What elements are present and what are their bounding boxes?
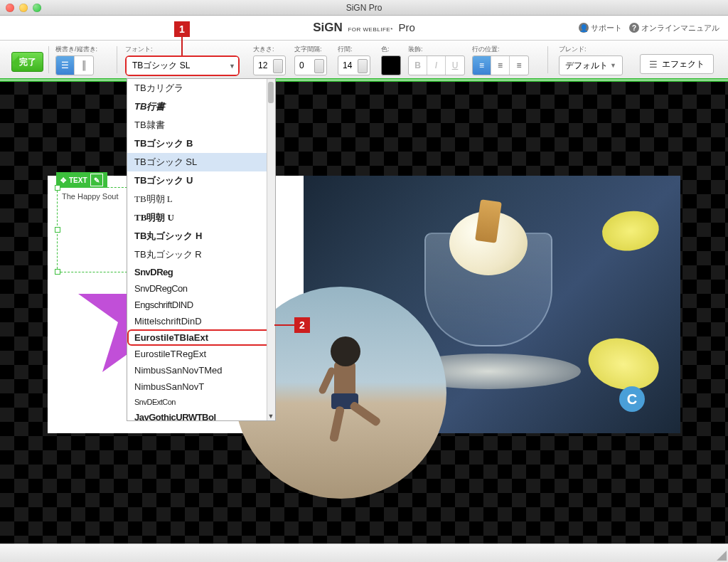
canvas[interactable]: C ✥ TEXT ✎ The Happy Sout bbox=[0, 80, 728, 544]
effect-label: エフェクト bbox=[662, 58, 705, 70]
font-dropdown[interactable]: TBカリグラTB行書TB隷書TBゴシック BTBゴシック SLTBゴシック UT… bbox=[127, 78, 276, 421]
ruler-line bbox=[0, 80, 728, 82]
scrollbar[interactable]: ▼ bbox=[267, 79, 275, 420]
titlebar: SiGN Pro bbox=[0, 0, 728, 16]
font-option[interactable]: TB丸ゴシック H bbox=[127, 227, 275, 245]
font-option[interactable]: TBゴシック U bbox=[127, 171, 275, 190]
label-size: 大きさ: bbox=[253, 45, 286, 54]
label-orientation: 横書き/縦書き: bbox=[55, 45, 97, 54]
font-option[interactable]: TBカリグラ bbox=[127, 79, 275, 97]
font-option[interactable]: MittelschriftDinD bbox=[127, 313, 275, 329]
window-title: SiGN Pro bbox=[0, 3, 728, 13]
label-blend: ブレンド: bbox=[559, 45, 623, 54]
font-option[interactable]: TB明朝 L bbox=[127, 190, 275, 208]
size-input[interactable]: 12 bbox=[253, 55, 286, 75]
resize-grip-icon[interactable] bbox=[717, 551, 727, 561]
label-tracking: 文字間隔: bbox=[294, 45, 327, 54]
color-swatch[interactable] bbox=[381, 55, 401, 75]
callout-line bbox=[181, 37, 183, 55]
chevron-down-icon: ▼ bbox=[229, 63, 235, 70]
brand-pro: Pro bbox=[399, 21, 415, 33]
effect-button[interactable]: ☰ エフェクト bbox=[640, 54, 714, 74]
font-option[interactable]: TB明朝 U bbox=[127, 208, 275, 227]
callout-line bbox=[274, 324, 294, 326]
scrollbar-thumb[interactable] bbox=[268, 82, 274, 103]
font-option[interactable]: EurostileTRegExt bbox=[127, 346, 275, 362]
decoration-segment: B I U bbox=[408, 55, 465, 75]
horizontal-button[interactable]: ☰ bbox=[56, 56, 75, 75]
orientation-segment: ☰ ║ bbox=[55, 55, 94, 75]
text-toolbar: 完了 横書き/縦書き: ☰ ║ フォント: TBゴシック SL ▼ 大きさ: 1… bbox=[0, 41, 728, 80]
header-links: 👤サポート ?オンラインマニュアル bbox=[579, 23, 719, 33]
resize-handle[interactable] bbox=[55, 227, 60, 233]
font-select[interactable]: TBゴシック SL ▼ bbox=[125, 55, 240, 76]
blend-value: デフォルト bbox=[565, 60, 608, 72]
align-right-button[interactable]: ≡ bbox=[510, 56, 528, 75]
bold-button[interactable]: B bbox=[409, 56, 427, 75]
label-leading: 行間: bbox=[338, 45, 370, 54]
done-button[interactable]: 完了 bbox=[11, 52, 43, 72]
font-option[interactable]: TB行書 bbox=[127, 97, 275, 116]
support-link[interactable]: 👤サポート bbox=[579, 23, 622, 33]
manual-link[interactable]: ?オンラインマニュアル bbox=[629, 23, 719, 33]
chevron-down-icon: ▼ bbox=[610, 62, 616, 69]
resize-handle[interactable] bbox=[55, 185, 60, 191]
brand-sub: FOR WEBLIFE* bbox=[348, 26, 392, 33]
lemon-shape bbox=[599, 206, 662, 255]
font-option[interactable]: TBゴシック SL bbox=[127, 153, 275, 171]
font-option[interactable]: SnvDExtCon bbox=[127, 395, 275, 409]
font-option[interactable]: TB丸ゴシック R bbox=[127, 245, 275, 264]
help-icon: ? bbox=[629, 23, 639, 33]
underline-button[interactable]: U bbox=[446, 56, 464, 75]
italic-button[interactable]: I bbox=[427, 56, 446, 75]
align-segment: ≡ ≡ ≡ bbox=[472, 55, 529, 75]
vertical-button[interactable]: ║ bbox=[75, 56, 93, 75]
font-option[interactable]: TBゴシック B bbox=[127, 134, 275, 153]
font-option[interactable]: EngschriftDIND bbox=[127, 297, 275, 313]
font-select-value: TBゴシック SL bbox=[132, 60, 190, 72]
font-option[interactable]: NimbusSanNovTMed bbox=[127, 362, 275, 378]
label-color: 色: bbox=[381, 45, 401, 54]
status-bar bbox=[0, 544, 728, 562]
font-option[interactable]: EurostileTBlaExt bbox=[127, 329, 275, 346]
font-option[interactable]: NimbusSanNovT bbox=[127, 378, 275, 395]
lemon-shape bbox=[583, 331, 665, 397]
tracking-input[interactable]: 0 bbox=[294, 55, 327, 75]
label-align: 行の位置: bbox=[472, 45, 529, 54]
text-badge[interactable]: ✥ TEXT ✎ bbox=[56, 172, 107, 188]
figure-shape bbox=[313, 336, 377, 443]
user-icon: 👤 bbox=[579, 23, 589, 33]
font-option[interactable]: SnvDReg bbox=[127, 264, 275, 280]
label-decoration: 装飾: bbox=[408, 45, 465, 54]
move-icon: ✥ bbox=[60, 176, 66, 184]
align-center-button[interactable]: ≡ bbox=[491, 56, 510, 75]
wave-logo-icon: C bbox=[619, 386, 645, 412]
leading-input[interactable]: 14 bbox=[338, 55, 370, 75]
font-option[interactable]: JayGothicURWTBol bbox=[127, 409, 275, 420]
brand-logo: SiGN FOR WEBLIFE* Pro bbox=[313, 21, 415, 35]
font-option[interactable]: SnvDRegCon bbox=[127, 280, 275, 297]
font-option[interactable]: TB隷書 bbox=[127, 116, 275, 134]
resize-handle[interactable] bbox=[55, 269, 60, 275]
edit-icon[interactable]: ✎ bbox=[90, 174, 103, 186]
brand-bar: SiGN FOR WEBLIFE* Pro 👤サポート ?オンラインマニュアル bbox=[0, 16, 728, 41]
callout-2: 2 bbox=[294, 317, 310, 333]
arrow-down-icon[interactable]: ▼ bbox=[267, 412, 275, 420]
align-left-button[interactable]: ≡ bbox=[473, 56, 491, 75]
brand-name: SiGN bbox=[313, 21, 343, 34]
blend-select[interactable]: デフォルト ▼ bbox=[559, 55, 623, 75]
sliders-icon: ☰ bbox=[649, 59, 658, 70]
callout-1: 1 bbox=[174, 21, 190, 37]
